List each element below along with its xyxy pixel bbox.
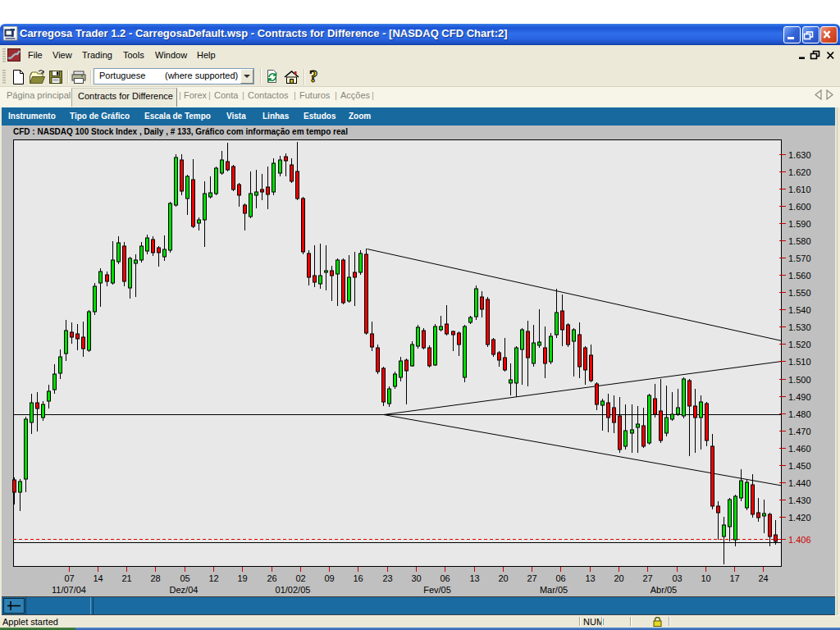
svg-text:13: 13 bbox=[469, 573, 479, 583]
svg-text:1.430: 1.430 bbox=[788, 495, 811, 505]
svg-text:27: 27 bbox=[527, 573, 536, 583]
svg-text:1.550: 1.550 bbox=[788, 288, 811, 298]
svg-text:09: 09 bbox=[324, 573, 334, 583]
svg-text:Abr/05: Abr/05 bbox=[651, 585, 677, 595]
svg-text:Fev/05: Fev/05 bbox=[423, 585, 451, 595]
svg-text:19: 19 bbox=[237, 573, 247, 583]
svg-text:12: 12 bbox=[208, 573, 218, 583]
svg-text:02: 02 bbox=[295, 573, 305, 583]
svg-text:16: 16 bbox=[353, 573, 363, 583]
svg-text:06: 06 bbox=[440, 573, 450, 583]
svg-text:1.470: 1.470 bbox=[788, 427, 811, 436]
svg-text:13: 13 bbox=[585, 573, 595, 583]
svg-text:05: 05 bbox=[180, 573, 189, 583]
svg-text:1.450: 1.450 bbox=[788, 461, 811, 471]
svg-text:1.420: 1.420 bbox=[788, 513, 811, 523]
svg-text:1.570: 1.570 bbox=[788, 253, 811, 263]
svg-text:1.530: 1.530 bbox=[788, 322, 811, 332]
svg-text:1.540: 1.540 bbox=[788, 305, 811, 315]
svg-text:1.580: 1.580 bbox=[788, 236, 811, 246]
svg-text:20: 20 bbox=[614, 573, 623, 583]
svg-text:Dez/04: Dez/04 bbox=[170, 585, 199, 595]
svg-text:1.520: 1.520 bbox=[788, 340, 811, 349]
svg-text:01/02/05: 01/02/05 bbox=[276, 585, 311, 595]
svg-text:24: 24 bbox=[758, 573, 768, 583]
svg-text:1.406: 1.406 bbox=[788, 535, 811, 545]
svg-text:10: 10 bbox=[701, 573, 710, 583]
svg-text:23: 23 bbox=[382, 573, 392, 583]
svg-text:1.610: 1.610 bbox=[788, 185, 811, 194]
svg-text:28: 28 bbox=[150, 573, 160, 583]
svg-text:1.440: 1.440 bbox=[788, 478, 811, 488]
svg-text:1.500: 1.500 bbox=[788, 375, 811, 385]
svg-text:1.630: 1.630 bbox=[788, 150, 811, 160]
svg-text:26: 26 bbox=[267, 573, 276, 583]
svg-text:27: 27 bbox=[642, 573, 652, 583]
svg-text:1.560: 1.560 bbox=[788, 271, 811, 281]
svg-text:1.620: 1.620 bbox=[788, 167, 811, 177]
svg-text:17: 17 bbox=[729, 573, 739, 583]
svg-text:03: 03 bbox=[672, 573, 682, 583]
svg-text:1.490: 1.490 bbox=[788, 392, 811, 402]
svg-text:14: 14 bbox=[93, 573, 103, 583]
svg-text:1.590: 1.590 bbox=[788, 219, 811, 229]
svg-text:20: 20 bbox=[498, 573, 508, 583]
svg-text:1.600: 1.600 bbox=[788, 202, 811, 212]
svg-text:1.510: 1.510 bbox=[788, 357, 811, 367]
svg-text:1.480: 1.480 bbox=[788, 409, 811, 419]
svg-text:1.460: 1.460 bbox=[788, 444, 811, 454]
svg-text:Mar/05: Mar/05 bbox=[540, 585, 568, 595]
svg-text:30: 30 bbox=[411, 573, 421, 583]
svg-text:11/07/04: 11/07/04 bbox=[52, 585, 86, 595]
svg-text:21: 21 bbox=[121, 573, 131, 583]
svg-text:07: 07 bbox=[64, 573, 74, 583]
svg-text:06: 06 bbox=[555, 573, 565, 583]
